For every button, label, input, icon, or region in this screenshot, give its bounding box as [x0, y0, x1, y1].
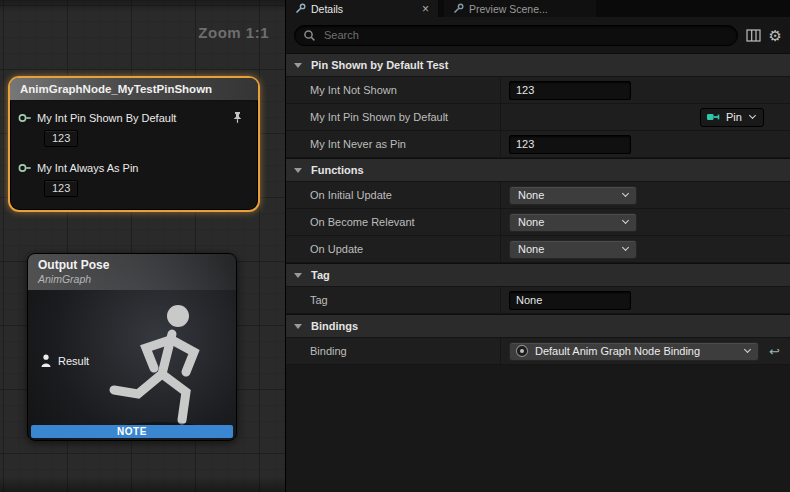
close-icon[interactable]: × [422, 3, 429, 15]
pin-value-field[interactable]: 123 [44, 180, 78, 197]
section-header-pin-shown[interactable]: Pin Shown by Default Test [286, 53, 790, 77]
property-label: On Initial Update [286, 182, 501, 208]
result-pin-label: Result [58, 355, 89, 367]
property-label: On Update [286, 236, 501, 262]
chevron-down-icon [622, 244, 629, 251]
anim-graph-test-node[interactable]: AnimGraphNode_MyTestPinShown My Int Pin … [8, 76, 260, 212]
tab-bar: Details × Preview Scene... [286, 0, 790, 17]
my-int-not-shown-input[interactable] [509, 81, 631, 100]
pin-row: My Int Always As Pin [18, 162, 250, 174]
revert-binding-icon[interactable]: ↩ [769, 345, 780, 358]
note-bar[interactable]: NOTE [31, 425, 233, 438]
section-title: Tag [311, 269, 330, 281]
details-panel: Details × Preview Scene... ⚙ Pin Shown b… [285, 0, 790, 492]
chevron-down-icon [294, 168, 302, 173]
dropdown-value: None [518, 189, 544, 201]
graph-canvas[interactable]: Zoom 1:1 AnimGraphNode_MyTestPinShown My… [0, 0, 285, 492]
property-row: On Initial Update None [286, 182, 790, 209]
preview-tab-icon [453, 3, 464, 14]
pin-visibility-dropdown[interactable]: Pin [700, 108, 764, 127]
section-header-functions[interactable]: Functions [286, 158, 790, 182]
binding-icon [515, 344, 529, 358]
chevron-down-icon [294, 324, 302, 329]
on-update-dropdown[interactable]: None [509, 240, 637, 259]
chevron-down-icon [294, 273, 302, 278]
section-title: Pin Shown by Default Test [311, 59, 448, 71]
my-int-never-as-pin-input[interactable] [509, 135, 631, 154]
property-label: My Int Pin Shown by Default [286, 104, 501, 130]
search-icon [303, 29, 316, 42]
chevron-down-icon [749, 112, 756, 119]
property-label: My Int Not Shown [286, 77, 501, 103]
zoom-level-label: Zoom 1:1 [198, 24, 269, 41]
mannequin-image [90, 288, 237, 438]
tab-label: Details [311, 3, 343, 15]
dropdown-value: None [518, 216, 544, 228]
property-label: On Become Relevant [286, 209, 501, 235]
section-header-tag[interactable]: Tag [286, 263, 790, 287]
settings-gear-icon[interactable]: ⚙ [769, 28, 782, 43]
output-node-title: Output Pose [38, 258, 236, 272]
output-node-header: Output Pose AnimGraph [28, 254, 236, 290]
section-title: Functions [311, 164, 364, 176]
property-row: My Int Pin Shown by Default Pin [286, 104, 790, 131]
property-row: My Int Not Shown [286, 77, 790, 104]
tab-preview-scene[interactable]: Preview Scene... [444, 0, 596, 17]
output-node-subtitle: AnimGraph [38, 273, 236, 285]
chevron-down-icon [294, 63, 302, 68]
property-row: Binding Default Anim Graph Node Binding … [286, 338, 790, 365]
on-initial-update-dropdown[interactable]: None [509, 186, 637, 205]
search-input[interactable] [322, 28, 729, 42]
pin-value-field[interactable]: 123 [44, 130, 78, 147]
chevron-down-icon [622, 190, 629, 197]
property-row: On Update None [286, 236, 790, 263]
pin-row: My Int Pin Shown By Default [18, 111, 250, 124]
property-label: My Int Never as Pin [286, 131, 501, 157]
node-title[interactable]: AnimGraphNode_MyTestPinShown [10, 78, 258, 101]
section-title: Bindings [311, 320, 358, 332]
pin-icon [706, 112, 722, 122]
search-row: ⚙ [286, 17, 790, 53]
on-become-relevant-dropdown[interactable]: None [509, 213, 637, 232]
dropdown-value: Default Anim Graph Node Binding [535, 345, 700, 357]
property-label: Tag [286, 287, 501, 313]
view-options-icon[interactable] [746, 29, 761, 42]
dropdown-value: None [518, 243, 544, 255]
detail-toolbar: ⚙ [746, 28, 782, 43]
pin-value-text: 123 [52, 182, 70, 194]
tab-details[interactable]: Details × [286, 0, 438, 17]
chevron-down-icon [622, 217, 629, 224]
details-tab-icon [295, 3, 306, 14]
output-pose-node[interactable]: Output Pose AnimGraph Result NO [27, 253, 237, 441]
dropdown-value: Pin [726, 111, 742, 123]
pose-pin-icon[interactable] [40, 354, 52, 368]
pin-value-text: 123 [52, 132, 70, 144]
result-pin-row[interactable]: Result [40, 354, 89, 368]
search-box[interactable] [294, 25, 738, 46]
details-empty-area [286, 365, 790, 492]
property-row: Tag [286, 287, 790, 314]
tag-input[interactable] [509, 291, 631, 310]
binding-dropdown[interactable]: Default Anim Graph Node Binding [509, 342, 759, 361]
int-pin-icon[interactable] [18, 163, 33, 173]
pin-label: My Int Always As Pin [37, 162, 138, 174]
chevron-down-icon [744, 346, 751, 353]
pin-label: My Int Pin Shown By Default [37, 112, 176, 124]
property-label: Binding [286, 338, 501, 364]
tab-label: Preview Scene... [469, 3, 548, 15]
property-row: On Become Relevant None [286, 209, 790, 236]
property-row: My Int Never as Pin [286, 131, 790, 158]
section-header-bindings[interactable]: Bindings [286, 314, 790, 338]
int-pin-icon[interactable] [18, 113, 33, 123]
pushpin-icon[interactable] [231, 111, 244, 124]
